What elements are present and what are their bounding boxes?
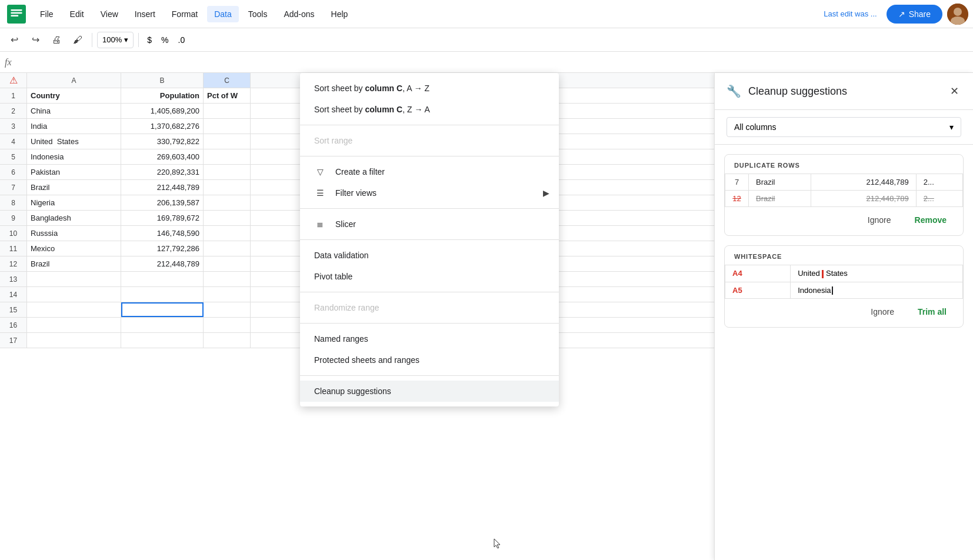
row-num-13[interactable]: 13 <box>0 272 27 286</box>
cell-c4[interactable] <box>204 134 251 149</box>
cell-b14[interactable] <box>121 287 204 302</box>
share-button[interactable]: ↗ Share <box>887 5 942 24</box>
menu-named-ranges[interactable]: Named ranges <box>300 328 559 349</box>
cell-a13[interactable] <box>27 272 121 286</box>
formula-input[interactable] <box>19 54 968 71</box>
cell-c13[interactable] <box>204 272 251 286</box>
cell-a15[interactable] <box>27 302 121 317</box>
cell-c16[interactable] <box>204 318 251 332</box>
row-num-16[interactable]: 16 <box>0 318 27 332</box>
cell-b13[interactable] <box>121 272 204 286</box>
cell-a8[interactable]: Nigeria <box>27 195 121 210</box>
cell-a5[interactable]: Indonesia <box>27 149 121 164</box>
zoom-control[interactable]: 100% ▾ <box>97 32 134 48</box>
menu-view[interactable]: View <box>94 6 125 22</box>
menu-filter-views[interactable]: ☰ Filter views ▶ <box>300 182 559 204</box>
menu-addons[interactable]: Add-ons <box>276 6 321 22</box>
col-header-a[interactable]: A <box>27 73 121 88</box>
col-header-c[interactable]: C <box>204 73 251 88</box>
row-num-7[interactable]: 7 <box>0 180 27 195</box>
menu-file[interactable]: File <box>33 6 61 22</box>
row-num-17[interactable]: 17 <box>0 333 27 348</box>
cell-c9[interactable] <box>204 211 251 225</box>
cell-b12[interactable]: 212,448,789 <box>121 256 204 271</box>
row-num-1[interactable]: 1 <box>0 88 27 103</box>
cell-b3[interactable]: 1,370,682,276 <box>121 119 204 134</box>
menu-slicer[interactable]: ≣ Slicer <box>300 214 559 235</box>
cell-c7[interactable] <box>204 180 251 195</box>
cell-b5[interactable]: 269,603,400 <box>121 149 204 164</box>
menu-data-validation[interactable]: Data validation <box>300 245 559 266</box>
cell-a1[interactable]: Country <box>27 88 121 103</box>
cell-b15[interactable] <box>121 302 204 317</box>
undo-button[interactable]: ↩ <box>5 31 24 49</box>
cell-b1[interactable]: Population <box>121 88 204 103</box>
cell-c14[interactable] <box>204 287 251 302</box>
menu-edit[interactable]: Edit <box>63 6 91 22</box>
cell-a14[interactable] <box>27 287 121 302</box>
cell-a17[interactable] <box>27 333 121 348</box>
cell-b9[interactable]: 169,789,672 <box>121 211 204 225</box>
row-num-8[interactable]: 8 <box>0 195 27 210</box>
cell-a2[interactable]: China <box>27 104 121 118</box>
cell-c5[interactable] <box>204 149 251 164</box>
menu-format[interactable]: Format <box>165 6 205 22</box>
cell-c8[interactable] <box>204 195 251 210</box>
row-num-15[interactable]: 15 <box>0 302 27 317</box>
cell-b10[interactable]: 146,748,590 <box>121 226 204 241</box>
menu-tools[interactable]: Tools <box>241 6 275 22</box>
redo-button[interactable]: ↪ <box>26 31 45 49</box>
row-num-14[interactable]: 14 <box>0 287 27 302</box>
menu-data[interactable]: Data <box>207 6 239 22</box>
cell-b11[interactable]: 127,792,286 <box>121 241 204 256</box>
cell-c1[interactable]: Pct of W <box>204 88 251 103</box>
cell-a11[interactable]: Mexico <box>27 241 121 256</box>
row-num-3[interactable]: 3 <box>0 119 27 134</box>
cell-a6[interactable]: Pakistan <box>27 165 121 179</box>
menu-cleanup-suggestions[interactable]: Cleanup suggestions <box>300 381 559 402</box>
cell-a9[interactable]: Bangladesh <box>27 211 121 225</box>
ignore-whitespace-button[interactable]: Ignore <box>864 304 901 320</box>
row-num-9[interactable]: 9 <box>0 211 27 225</box>
cell-c12[interactable] <box>204 256 251 271</box>
row-num-6[interactable]: 6 <box>0 165 27 179</box>
row-num-12[interactable]: 12 <box>0 256 27 271</box>
cell-a3[interactable]: India <box>27 119 121 134</box>
trim-all-button[interactable]: Trim all <box>911 304 954 320</box>
row-num-11[interactable]: 11 <box>0 241 27 256</box>
row-num-5[interactable]: 5 <box>0 149 27 164</box>
cell-a16[interactable] <box>27 318 121 332</box>
cell-c15[interactable] <box>204 302 251 317</box>
panel-close-button[interactable]: ✕ <box>948 82 961 100</box>
row-num-10[interactable]: 10 <box>0 226 27 241</box>
menu-insert[interactable]: Insert <box>128 6 162 22</box>
cell-a7[interactable]: Brazil <box>27 180 121 195</box>
paint-button[interactable]: 🖌 <box>68 31 87 49</box>
remove-duplicate-button[interactable]: Remove <box>908 212 954 228</box>
menu-help[interactable]: Help <box>324 6 355 22</box>
cell-c2[interactable] <box>204 104 251 118</box>
print-button[interactable]: 🖨 <box>47 31 66 49</box>
cell-b16[interactable] <box>121 318 204 332</box>
cell-b17[interactable] <box>121 333 204 348</box>
cell-b2[interactable]: 1,405,689,200 <box>121 104 204 118</box>
cell-a12[interactable]: Brazil <box>27 256 121 271</box>
cell-c11[interactable] <box>204 241 251 256</box>
currency-button[interactable]: $ <box>144 34 155 46</box>
cell-a10[interactable]: Russsia <box>27 226 121 241</box>
menu-sort-az[interactable]: Sort sheet by column C, A → Z <box>300 78 559 99</box>
cell-c17[interactable] <box>204 333 251 348</box>
cell-b6[interactable]: 220,892,331 <box>121 165 204 179</box>
cell-c10[interactable] <box>204 226 251 241</box>
ignore-duplicate-button[interactable]: Ignore <box>861 212 898 228</box>
menu-pivot-table[interactable]: Pivot table <box>300 266 559 287</box>
cell-a4[interactable]: United States <box>27 134 121 149</box>
menu-protected-sheets[interactable]: Protected sheets and ranges <box>300 349 559 371</box>
row-num-4[interactable]: 4 <box>0 134 27 149</box>
avatar[interactable] <box>947 4 968 25</box>
menu-sort-za[interactable]: Sort sheet by column C, Z → A <box>300 99 559 120</box>
percent-button[interactable]: % <box>158 34 172 46</box>
row-num-2[interactable]: 2 <box>0 104 27 118</box>
col-header-b[interactable]: B <box>121 73 204 88</box>
cell-c6[interactable] <box>204 165 251 179</box>
